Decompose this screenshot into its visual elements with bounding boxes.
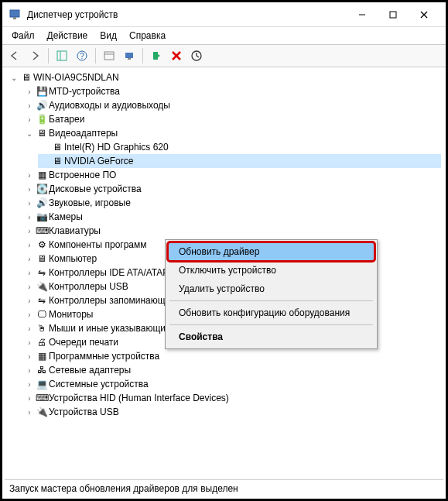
expand-icon[interactable]: ›	[24, 255, 35, 263]
tree-device-label: NVIDIA GeForce	[64, 156, 133, 166]
svg-rect-6	[57, 51, 67, 60]
scan-hardware-button[interactable]	[120, 46, 139, 65]
tree-category-label: Сетевые адаптеры	[49, 365, 131, 376]
expand-icon[interactable]: ›	[24, 185, 35, 194]
cm-properties[interactable]: Свойства	[168, 328, 374, 346]
category-icon: 🖱	[35, 323, 49, 334]
cm-properties-label: Свойства	[179, 331, 223, 342]
expand-icon[interactable]: ⌄	[24, 129, 35, 138]
cm-disable-device[interactable]: Отключить устройство	[168, 261, 374, 280]
cm-separator	[169, 300, 373, 301]
category-icon: 🖥	[35, 128, 49, 139]
expand-icon[interactable]: ›	[24, 171, 35, 180]
menu-file[interactable]: Файл	[5, 29, 41, 43]
status-text: Запуск мастера обновления драйверов для …	[9, 483, 238, 494]
category-icon: ⇋	[35, 267, 49, 278]
forward-button[interactable]	[26, 46, 44, 65]
tree-category-label: Очереди печати	[49, 337, 118, 348]
tree-device[interactable]: 🖥NVIDIA GeForce	[38, 154, 441, 168]
expand-icon[interactable]: ›	[24, 380, 35, 389]
tree-category[interactable]: ›🔌Устройства USB	[22, 405, 441, 419]
expand-icon[interactable]: ⌄	[9, 74, 19, 82]
close-button[interactable]	[409, 4, 439, 26]
category-icon: 🖵	[35, 309, 49, 320]
expand-icon[interactable]: ›	[24, 241, 35, 249]
expand-icon[interactable]: ›	[24, 311, 35, 319]
tree-category-label: Компьютер	[49, 253, 97, 264]
tree-category[interactable]: ›💾MTD-устройства	[22, 84, 441, 98]
cm-uninstall-device[interactable]: Удалить устройство	[168, 280, 374, 298]
maximize-button[interactable]	[378, 4, 409, 26]
category-icon: 🔌	[35, 281, 49, 292]
expand-icon[interactable]: ›	[24, 283, 35, 291]
tree-category[interactable]: ›📷Камеры	[22, 210, 441, 224]
help-icon[interactable]: ?	[73, 46, 91, 65]
display-adapter-icon: 🖥	[50, 156, 64, 166]
back-button[interactable]	[5, 46, 24, 65]
svg-rect-0	[10, 10, 19, 17]
cm-update-driver[interactable]: Обновить драйвер	[168, 242, 374, 261]
update-driver-button[interactable]	[187, 46, 206, 65]
tree-category-label: Компоненты программ	[49, 239, 147, 250]
expand-icon[interactable]: ›	[24, 297, 35, 305]
tree-root-node[interactable]: ⌄🖥WIN-OIA9C5NDLAN	[7, 70, 441, 84]
category-icon: 💾	[35, 86, 49, 97]
expand-icon[interactable]: ›	[24, 352, 35, 361]
device-tree[interactable]: ⌄🖥WIN-OIA9C5NDLAN›💾MTD-устройства›🔊Аудио…	[2, 67, 446, 476]
expand-icon[interactable]: ›	[24, 269, 35, 277]
enable-device-button[interactable]	[147, 46, 166, 65]
expand-icon[interactable]: ›	[24, 394, 35, 403]
tree-category[interactable]: ›🔊Аудиовходы и аудиовыходы	[22, 98, 441, 112]
expand-icon[interactable]: ›	[24, 338, 35, 347]
category-icon: ▦	[35, 170, 49, 180]
cm-separator	[169, 324, 373, 325]
menu-action[interactable]: Действие	[41, 29, 94, 43]
display-adapter-icon: 🖥	[50, 142, 64, 153]
toolbar: ?	[2, 44, 446, 67]
category-icon: 🔊	[35, 100, 49, 111]
expand-icon[interactable]: ›	[24, 366, 35, 375]
expand-icon[interactable]: ›	[24, 408, 35, 417]
expand-icon[interactable]: ›	[24, 88, 35, 96]
tree-category-label: Дисковые устройства	[49, 184, 142, 194]
category-icon: ⌨	[35, 393, 49, 403]
category-icon: 🔊	[35, 197, 49, 208]
tree-category[interactable]: ›🔋Батареи	[22, 112, 441, 126]
svg-rect-14	[153, 52, 158, 60]
svg-rect-10	[104, 52, 114, 60]
tree-category[interactable]: ›▦Программные устройства	[22, 349, 441, 363]
properties-button[interactable]	[100, 46, 118, 65]
expand-icon[interactable]: ›	[24, 115, 35, 124]
tree-category[interactable]: ›⌨Клавиатуры	[22, 224, 441, 238]
tree-category[interactable]: ›🔊Звуковые, игровые	[22, 196, 441, 210]
toolbar-separator	[142, 48, 143, 63]
tree-category[interactable]: ⌄🖥Видеоадаптеры	[22, 126, 441, 140]
tree-category[interactable]: ›💽Дисковые устройства	[22, 182, 441, 196]
tree-category[interactable]: ›▦Встроенное ПО	[22, 168, 441, 182]
tree-category-label: Программные устройства	[49, 351, 159, 362]
tree-category-label: MTD-устройства	[49, 86, 120, 97]
category-icon: ⌨	[35, 225, 49, 236]
expand-icon[interactable]: ›	[24, 324, 35, 333]
tree-category[interactable]: ›🖧Сетевые адаптеры	[22, 363, 441, 377]
menu-help[interactable]: Справка	[123, 29, 172, 43]
cm-scan-hardware[interactable]: Обновить конфигурацию оборудования	[168, 304, 374, 322]
tree-category[interactable]: ›⌨Устройства HID (Human Interface Device…	[22, 391, 441, 405]
expand-icon[interactable]: ›	[24, 227, 35, 235]
category-icon: 🖥	[35, 253, 49, 264]
minimize-button[interactable]	[347, 4, 378, 26]
category-icon: ⇋	[35, 295, 49, 306]
expand-icon[interactable]: ›	[24, 199, 35, 208]
expand-icon[interactable]: ›	[24, 213, 35, 221]
tree-category-label: Контроллеры USB	[49, 281, 128, 292]
tree-category-label: Батареи	[49, 114, 84, 125]
menu-view[interactable]: Вид	[94, 29, 123, 43]
window-title: Диспетчер устройств	[27, 9, 347, 20]
expand-icon[interactable]: ›	[24, 101, 35, 110]
show-hide-tree-button[interactable]	[53, 46, 71, 65]
uninstall-device-button[interactable]	[167, 46, 186, 65]
category-icon: 💻	[35, 379, 49, 389]
tree-device[interactable]: 🖥Intel(R) HD Graphics 620	[38, 140, 441, 154]
tree-category[interactable]: ›💻Системные устройства	[22, 377, 441, 391]
tree-category-label: Видеоадаптеры	[49, 128, 118, 139]
